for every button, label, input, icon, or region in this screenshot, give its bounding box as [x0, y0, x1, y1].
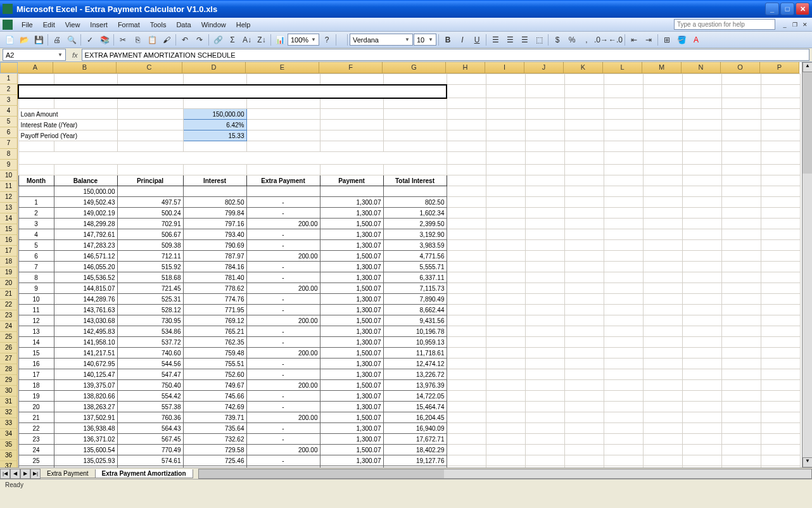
cell[interactable]: [643, 466, 682, 468]
cell[interactable]: [604, 402, 643, 412]
cell[interactable]: [320, 165, 383, 175]
cell[interactable]: [604, 423, 643, 434]
cell[interactable]: [486, 445, 525, 455]
cell[interactable]: 11,718.61: [383, 348, 447, 359]
cell[interactable]: [117, 98, 183, 109]
cell[interactable]: -: [246, 326, 320, 337]
cell[interactable]: [486, 262, 525, 272]
cell[interactable]: [682, 380, 721, 391]
cell[interactable]: [486, 402, 525, 412]
cell[interactable]: 8,662.44: [383, 305, 447, 315]
row-header-37[interactable]: 37: [0, 461, 18, 467]
cell[interactable]: [525, 445, 564, 455]
row-header-32[interactable]: 32: [0, 407, 18, 418]
cell[interactable]: [564, 219, 604, 229]
cell[interactable]: 797.16: [183, 219, 246, 229]
cell[interactable]: 24: [18, 445, 54, 455]
cell[interactable]: [447, 175, 486, 186]
cell[interactable]: 200.00: [246, 445, 320, 455]
cell[interactable]: [643, 402, 682, 412]
row-header-4[interactable]: 4: [0, 106, 18, 117]
cell[interactable]: [643, 152, 682, 165]
cell[interactable]: [604, 109, 643, 120]
cell[interactable]: 15: [18, 348, 54, 359]
cell[interactable]: [721, 197, 761, 208]
cell[interactable]: [643, 434, 682, 445]
cell[interactable]: [761, 380, 800, 391]
cell[interactable]: 732.62: [183, 434, 246, 445]
cell[interactable]: [682, 412, 721, 423]
cell[interactable]: [486, 423, 525, 434]
row-header-30[interactable]: 30: [0, 386, 18, 397]
cell[interactable]: [604, 337, 643, 348]
cell[interactable]: 135,600.54: [54, 445, 117, 455]
cell[interactable]: [486, 412, 525, 423]
cell[interactable]: VISIT EXCELTEMPLATE.NET FOR MORE TEMPLAT…: [18, 152, 447, 165]
cell[interactable]: [525, 466, 564, 468]
cell[interactable]: 138,820.66: [54, 391, 117, 402]
cell[interactable]: [682, 208, 721, 219]
cell[interactable]: [525, 402, 564, 412]
cell[interactable]: 136,371.02: [54, 434, 117, 445]
row-header-25[interactable]: 25: [0, 332, 18, 343]
cell[interactable]: [721, 315, 761, 326]
cell[interactable]: 778.62: [183, 283, 246, 294]
row-header-29[interactable]: 29: [0, 375, 18, 386]
cell[interactable]: 793.40: [183, 229, 246, 240]
cell[interactable]: [447, 85, 486, 98]
cell[interactable]: [643, 283, 682, 294]
paste-button[interactable]: 📋: [145, 33, 159, 47]
cell[interactable]: [682, 74, 721, 85]
cell[interactable]: 13,976.39: [383, 380, 447, 391]
cell[interactable]: 525.31: [117, 294, 183, 305]
cell[interactable]: [447, 402, 486, 412]
cell[interactable]: [682, 455, 721, 466]
cell[interactable]: 22: [18, 423, 54, 434]
scroll-up-button[interactable]: ▲: [802, 62, 812, 72]
cell[interactable]: [604, 369, 643, 380]
grid-body[interactable]: EXTRA PAYMENT AMORTIZATION SCHEDULELoan …: [18, 73, 802, 467]
cell[interactable]: -: [246, 272, 320, 283]
cell[interactable]: [604, 240, 643, 251]
cell[interactable]: 12,474.12: [383, 359, 447, 369]
row-header-2[interactable]: 2: [0, 84, 18, 95]
cell[interactable]: [183, 165, 246, 175]
col-header-L[interactable]: L: [603, 62, 642, 73]
cell[interactable]: 1,300.07: [320, 402, 383, 412]
cell[interactable]: 567.45: [117, 434, 183, 445]
cell[interactable]: [761, 305, 800, 315]
cell[interactable]: [761, 175, 800, 186]
cell[interactable]: [525, 251, 564, 262]
cell[interactable]: [721, 165, 761, 175]
cell[interactable]: [761, 348, 800, 359]
increase-decimal-button[interactable]: .0→: [594, 33, 608, 47]
cell[interactable]: 500.24: [117, 208, 183, 219]
cell[interactable]: Balance: [54, 175, 117, 186]
cell[interactable]: 17,672.71: [383, 434, 447, 445]
cell[interactable]: 1,300.07: [320, 391, 383, 402]
cell[interactable]: -: [246, 305, 320, 315]
cell[interactable]: [721, 251, 761, 262]
tab-first-button[interactable]: |◀: [0, 469, 10, 479]
cell[interactable]: [604, 412, 643, 423]
cell[interactable]: 200.00: [246, 348, 320, 359]
cell[interactable]: [447, 251, 486, 262]
cell[interactable]: 518.68: [117, 272, 183, 283]
cell[interactable]: [682, 434, 721, 445]
cell[interactable]: 730.95: [117, 315, 183, 326]
cell[interactable]: 1,500.07: [320, 219, 383, 229]
cell[interactable]: 10: [18, 294, 54, 305]
cell[interactable]: [682, 305, 721, 315]
cell[interactable]: [643, 455, 682, 466]
cell[interactable]: [682, 109, 721, 120]
format-painter-button[interactable]: 🖌: [160, 33, 174, 47]
cell[interactable]: [486, 294, 525, 305]
cell[interactable]: 735.64: [183, 423, 246, 434]
cell[interactable]: [486, 434, 525, 445]
cell[interactable]: [320, 120, 383, 130]
cell[interactable]: [447, 412, 486, 423]
cell[interactable]: 140,125.47: [54, 369, 117, 380]
cell[interactable]: [54, 141, 117, 152]
cell[interactable]: 554.42: [117, 391, 183, 402]
cell[interactable]: [682, 466, 721, 468]
